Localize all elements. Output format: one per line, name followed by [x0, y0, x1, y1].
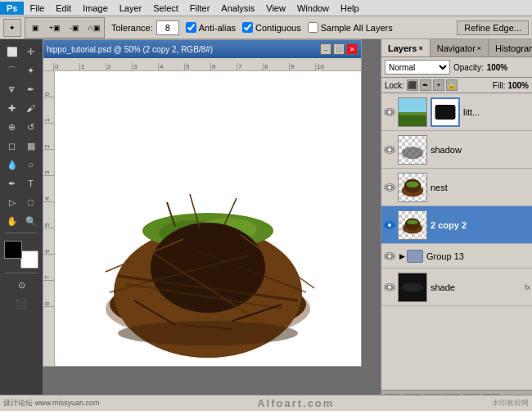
layer-row-nest[interactable]: nest — [381, 169, 532, 206]
lock-all-btn[interactable]: 🔒 — [446, 79, 458, 91]
eye-icon[interactable] — [384, 183, 395, 192]
background-color[interactable] — [20, 251, 38, 269]
new-selection-btn[interactable]: ▣ — [26, 19, 44, 37]
layer-visibility-litt[interactable] — [383, 106, 396, 119]
tolerance-input[interactable] — [156, 20, 179, 35]
tab-layers-close[interactable]: × — [418, 44, 422, 52]
lasso-tool[interactable]: ⌒ — [2, 61, 21, 79]
restore-button[interactable]: □ — [333, 43, 345, 55]
tab-navigator-close[interactable]: × — [477, 44, 481, 52]
tab-navigator[interactable]: Navigator × — [431, 39, 489, 56]
menu-window[interactable]: Window — [291, 2, 335, 15]
lock-transparent-btn[interactable]: ⬛ — [407, 79, 418, 91]
layer-row-shade[interactable]: shade fx — [381, 269, 532, 306]
document-window: hippo_tutorial.psd @ 50% (2 copy 2, RGB/… — [43, 39, 362, 367]
layer-visibility-shade[interactable] — [383, 281, 396, 294]
move-tool[interactable]: ✛ — [21, 43, 40, 61]
status-center: Alfoart.com — [257, 397, 334, 409]
refine-edge-button[interactable]: Refine Edge... — [457, 20, 529, 35]
ruler-mark-v: 1 — [43, 97, 54, 124]
menu-image[interactable]: Image — [77, 2, 114, 15]
quick-mask-toggle[interactable]: ⊙ — [2, 276, 40, 294]
eye-icon[interactable] — [384, 252, 395, 260]
blur-tool[interactable]: 💧 — [2, 156, 21, 174]
quick-selection-tool[interactable]: ✦ — [21, 61, 40, 79]
layer-row-copy2[interactable]: 2 copy 2 — [381, 206, 532, 244]
menu-select[interactable]: Select — [147, 2, 184, 15]
menu-edit[interactable]: Edit — [50, 2, 77, 15]
anti-alias-checkbox[interactable] — [186, 22, 196, 33]
ruler-mark: 9 — [289, 63, 315, 70]
rectangular-marquee-tool[interactable]: ⬜ — [2, 43, 21, 61]
fg-bg-color-selector[interactable] — [2, 239, 40, 270]
eye-icon[interactable] — [384, 283, 395, 291]
eyedropper-tool[interactable]: ✒ — [21, 80, 40, 98]
document-canvas[interactable] — [55, 71, 361, 366]
foreground-color[interactable] — [4, 241, 22, 259]
pen-tool[interactable]: ✒ — [2, 174, 21, 192]
screen-mode-toggle[interactable]: ⬛ — [2, 295, 40, 313]
layers-list: litt... shadow — [381, 93, 532, 390]
close-button[interactable]: ✕ — [346, 43, 358, 55]
layer-visibility-shadow[interactable] — [383, 143, 396, 156]
zoom-tool[interactable]: 🔍 — [21, 212, 40, 230]
history-brush-tool[interactable]: ↺ — [21, 118, 40, 136]
eye-icon[interactable] — [384, 108, 395, 116]
eraser-tool[interactable]: ◻ — [2, 137, 21, 155]
eye-icon[interactable] — [384, 221, 395, 229]
menu-file[interactable]: File — [24, 2, 50, 15]
contiguous-checkbox[interactable] — [242, 22, 253, 33]
shape-tool[interactable]: □ — [21, 193, 40, 211]
clone-stamp-tool[interactable]: ⊕ — [2, 118, 21, 136]
gradient-tool[interactable]: ▦ — [21, 137, 40, 155]
layer-visibility-copy2[interactable] — [383, 219, 396, 232]
sample-all-checkbox[interactable] — [308, 22, 318, 33]
layer-name-group13: Group 13 — [426, 251, 530, 261]
layer-row-litt[interactable]: litt... — [381, 93, 532, 131]
layer-visibility-nest[interactable] — [383, 181, 396, 194]
left-toolbar: ⬜ ✛ ⌒ ✦ ⛛ ✒ ✚ 🖌 ⊕ ↺ ◻ ▦ 💧 ○ ✒ T — [0, 39, 43, 411]
menu-layer[interactable]: Layer — [114, 2, 148, 15]
subtract-selection-btn[interactable]: -▣ — [65, 19, 83, 37]
eye-icon[interactable] — [384, 146, 395, 154]
text-tool[interactable]: T — [21, 174, 40, 192]
layer-thumb-shadow — [398, 135, 427, 165]
spot-healing-tool[interactable]: ✚ — [2, 99, 21, 117]
dodge-tool[interactable]: ○ — [21, 156, 40, 174]
svg-point-30 — [406, 181, 418, 187]
group-expand-arrow[interactable]: ▶ — [399, 252, 405, 260]
layer-thumb-nest — [398, 173, 427, 202]
menu-help[interactable]: Help — [335, 2, 365, 15]
document-title: hippo_tutorial.psd @ 50% (2 copy 2, RGB/… — [47, 45, 320, 54]
svg-point-33 — [407, 219, 417, 224]
layer-row-shadow[interactable]: shadow — [381, 131, 532, 169]
status-bar: 设计论坛 www.missyuan.com Alfoart.com 水印教程网 — [0, 395, 532, 411]
lock-image-btn[interactable]: ✒ — [420, 79, 431, 91]
svg-point-7 — [151, 223, 265, 313]
hand-tool[interactable]: ✋ — [2, 212, 21, 230]
intersect-selection-btn[interactable]: ∩▣ — [85, 19, 103, 37]
layer-blend-controls: Normal Multiply Screen Opacity: 100% — [381, 57, 532, 78]
add-selection-btn[interactable]: +▣ — [46, 19, 64, 37]
layer-row-group13[interactable]: ▶ Group 13 — [381, 244, 532, 269]
minimize-button[interactable]: – — [320, 43, 331, 55]
lock-position-btn[interactable]: + — [433, 79, 444, 91]
tools-separator — [5, 233, 38, 233]
tab-histogram[interactable]: Histogram — [489, 39, 532, 56]
menu-analysis[interactable]: Analysis — [215, 2, 260, 15]
menu-ps[interactable]: Ps — [0, 2, 24, 15]
layer-visibility-group13[interactable] — [383, 250, 396, 263]
menu-view[interactable]: View — [260, 2, 291, 15]
color-separator — [5, 273, 38, 273]
svg-point-18 — [118, 321, 298, 346]
crop-tool[interactable]: ⛛ — [2, 80, 21, 98]
brush-tool[interactable]: 🖌 — [21, 99, 40, 117]
tab-layers[interactable]: Layers × — [381, 39, 431, 56]
horizontal-ruler: 0 1 2 3 4 5 6 7 8 9 10 — [43, 58, 361, 71]
blend-mode-select[interactable]: Normal Multiply Screen — [385, 60, 450, 75]
magic-wand-icon[interactable]: ✦ — [3, 19, 21, 37]
selection-mode-group: ▣ +▣ -▣ ∩▣ — [25, 17, 105, 38]
menu-filter[interactable]: Filter — [184, 2, 215, 15]
path-selection-tool[interactable]: ▷ — [2, 193, 21, 211]
layer-name-nest: nest — [431, 183, 530, 192]
